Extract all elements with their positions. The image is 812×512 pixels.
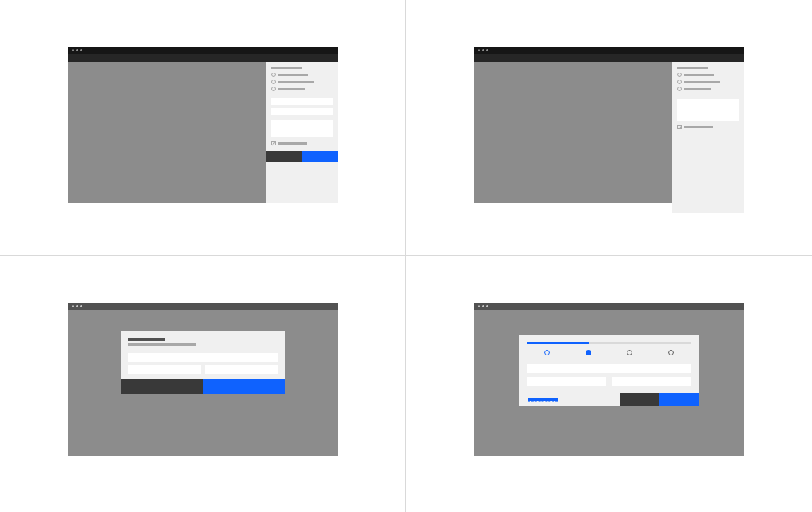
wireframe-grid (0, 0, 812, 512)
step-current-icon[interactable] (586, 350, 591, 355)
radio-icon (677, 80, 682, 84)
traffic-light-icon (486, 305, 488, 307)
modal-body (121, 331, 285, 379)
radio-icon (271, 73, 276, 77)
secondary-button[interactable] (266, 151, 302, 162)
progress-bar (527, 342, 691, 344)
app-canvas (474, 310, 744, 456)
textarea-input[interactable] (677, 99, 739, 121)
panel-actions (677, 135, 739, 138)
primary-button[interactable] (302, 151, 338, 162)
radio-icon (677, 87, 682, 91)
radio-icon (677, 73, 682, 77)
slide-over-panel (266, 62, 338, 203)
window-titlebar (474, 47, 744, 54)
variant-slideover-stacked (406, 0, 812, 256)
text-input[interactable] (128, 353, 278, 362)
window-titlebar (474, 303, 744, 310)
checkbox-icon (271, 141, 276, 145)
checkbox-icon (677, 125, 682, 129)
checkbox-option[interactable] (271, 141, 333, 145)
checkbox-option[interactable] (677, 125, 739, 129)
window-titlebar (68, 47, 338, 54)
modal-actions (121, 379, 285, 394)
browser-window (474, 47, 744, 203)
wizard-footer (519, 393, 699, 406)
window-toolbar (68, 54, 338, 62)
primary-button[interactable] (659, 393, 699, 406)
radio-option[interactable] (677, 73, 739, 77)
step-done-icon[interactable] (544, 350, 550, 355)
panel-title (271, 67, 302, 69)
radio-option[interactable] (677, 87, 739, 91)
step-indicator (527, 350, 691, 355)
text-input[interactable] (271, 108, 333, 115)
variant-modal (0, 256, 406, 512)
variant-slideover-inline (0, 0, 406, 256)
app-canvas (474, 62, 744, 203)
secondary-button[interactable] (121, 379, 203, 394)
traffic-light-icon (72, 305, 74, 307)
traffic-light-icon (478, 49, 480, 51)
traffic-light-icon (76, 49, 78, 51)
wizard-dialog (519, 335, 699, 406)
traffic-light-icon (478, 305, 480, 307)
variant-wizard (406, 256, 812, 512)
traffic-light-icon (482, 49, 484, 51)
traffic-light-icon (482, 305, 484, 307)
text-input[interactable] (527, 364, 691, 373)
text-input[interactable] (205, 365, 278, 374)
browser-window (474, 303, 744, 456)
radio-option[interactable] (677, 80, 739, 84)
step-todo-icon[interactable] (627, 350, 632, 355)
panel-actions (266, 151, 338, 162)
text-input[interactable] (128, 365, 201, 374)
text-input[interactable] (612, 377, 691, 386)
traffic-light-icon (76, 305, 78, 307)
radio-icon (271, 87, 276, 91)
app-canvas (68, 310, 338, 456)
slide-over-panel (672, 62, 744, 213)
radio-option[interactable] (271, 73, 333, 77)
radio-option[interactable] (271, 80, 333, 84)
text-input[interactable] (271, 98, 333, 105)
radio-icon (271, 80, 276, 84)
step-todo-icon[interactable] (668, 350, 674, 355)
browser-window (68, 303, 338, 456)
secondary-button[interactable] (620, 393, 659, 406)
text-input[interactable] (527, 377, 606, 386)
modal-dialog (121, 331, 285, 394)
browser-window (68, 47, 338, 203)
traffic-light-icon (72, 49, 74, 51)
progress-fill (527, 342, 589, 344)
textarea-input[interactable] (271, 120, 333, 137)
radio-option[interactable] (271, 87, 333, 91)
primary-button[interactable] (203, 379, 285, 394)
window-titlebar (68, 303, 338, 310)
panel-title (677, 67, 708, 69)
window-toolbar (474, 54, 744, 62)
traffic-light-icon (80, 305, 82, 307)
modal-title (128, 338, 165, 341)
app-canvas (68, 62, 338, 203)
modal-subtitle (128, 343, 196, 346)
traffic-light-icon (486, 49, 488, 51)
traffic-light-icon (80, 49, 82, 51)
back-link[interactable] (528, 398, 558, 401)
